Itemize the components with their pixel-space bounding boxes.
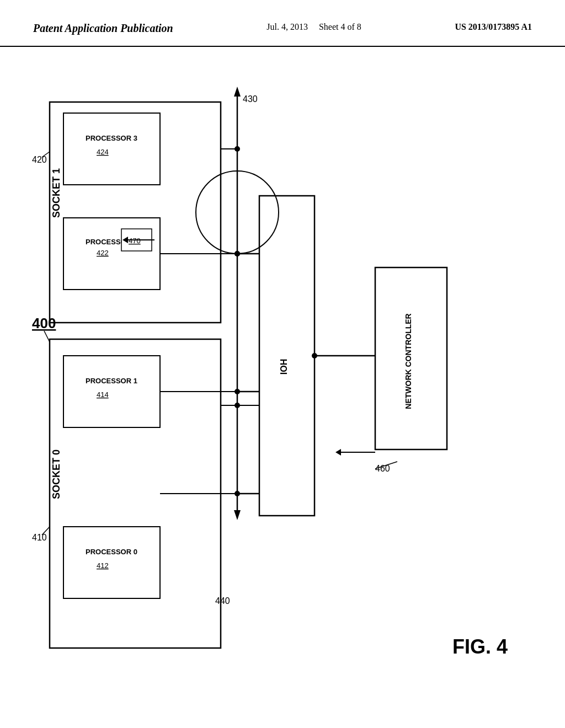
svg-text:440: 440 <box>215 596 230 606</box>
svg-text:FIG. 4: FIG. 4 <box>452 635 508 658</box>
svg-text:430: 430 <box>243 94 258 104</box>
svg-text:NETWORK CONTROLLER: NETWORK CONTROLLER <box>404 313 413 409</box>
diagram-area: SOCKET 0 PROCESSOR 0 412 PROCESSOR 1 414… <box>0 47 565 720</box>
svg-text:470: 470 <box>129 237 141 245</box>
svg-text:SOCKET 1: SOCKET 1 <box>51 168 62 218</box>
publication-title: Patent Application Publication <box>33 22 173 35</box>
svg-text:460: 460 <box>375 464 390 473</box>
svg-rect-18 <box>259 196 315 516</box>
svg-text:400: 400 <box>32 315 56 331</box>
svg-text:PROCESSOR 3: PROCESSOR 3 <box>86 134 137 142</box>
svg-text:412: 412 <box>97 561 109 570</box>
svg-rect-10 <box>63 113 160 185</box>
header-date-sheet: Jul. 4, 2013 Sheet 4 of 8 <box>266 22 361 32</box>
svg-point-41 <box>234 403 240 408</box>
svg-marker-27 <box>234 510 241 520</box>
patent-number: US 2013/0173895 A1 <box>455 22 532 32</box>
page-header: Patent Application Publication Jul. 4, 2… <box>0 0 565 47</box>
svg-text:IOH: IOH <box>279 359 289 374</box>
svg-text:410: 410 <box>32 533 47 542</box>
svg-text:424: 424 <box>97 148 109 156</box>
svg-text:420: 420 <box>32 155 47 164</box>
svg-rect-2 <box>63 527 160 598</box>
header-date: Jul. 4, 2013 <box>266 22 308 31</box>
svg-line-51 <box>44 331 50 342</box>
svg-text:PROCESSOR 1: PROCESSOR 1 <box>86 377 137 385</box>
header-sheet: Sheet 4 of 8 <box>319 22 361 31</box>
svg-point-37 <box>234 251 240 256</box>
svg-point-39 <box>312 353 317 358</box>
svg-point-29 <box>234 146 240 152</box>
svg-text:414: 414 <box>97 390 109 399</box>
diagram-svg: SOCKET 0 PROCESSOR 0 412 PROCESSOR 1 414… <box>0 47 565 720</box>
svg-marker-25 <box>234 87 241 97</box>
svg-text:SOCKET 0: SOCKET 0 <box>51 449 62 499</box>
svg-text:422: 422 <box>97 249 109 257</box>
svg-rect-5 <box>63 356 160 427</box>
svg-text:PROCESSOR 0: PROCESSOR 0 <box>86 548 137 556</box>
svg-marker-49 <box>335 449 341 456</box>
